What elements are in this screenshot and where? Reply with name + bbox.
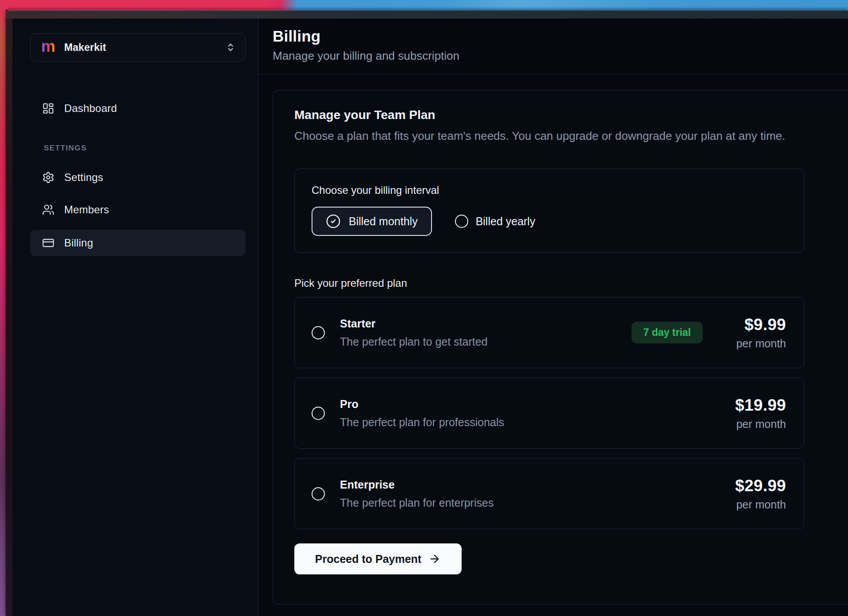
- sidebar-item-members[interactable]: Members: [30, 197, 246, 222]
- plan-period: per month: [720, 498, 786, 511]
- sidebar-item-label: Billing: [64, 237, 93, 249]
- billed-yearly-option[interactable]: Billed yearly: [455, 215, 536, 228]
- billed-monthly-label: Billed monthly: [349, 215, 418, 228]
- plan-info: Enterprise The perfect plan for enterpri…: [340, 478, 493, 509]
- team-plan-card: Manage your Team Plan Choose a plan that…: [273, 90, 848, 604]
- plan-right: $29.99 per month: [720, 477, 786, 511]
- price-block: $29.99 per month: [720, 477, 786, 511]
- plan-info: Starter The perfect plan to get started: [340, 317, 488, 348]
- billing-interval-options: Billed monthly Billed yearly: [312, 207, 804, 236]
- plan-price: $9.99: [720, 316, 786, 334]
- plan-period: per month: [720, 418, 786, 431]
- sidebar-item-label: Members: [64, 204, 109, 216]
- sidebar-item-settings[interactable]: Settings: [30, 165, 246, 190]
- arrow-right-icon: [428, 553, 441, 565]
- app-window: m Makerkit Dashboard: [6, 10, 848, 616]
- page-header: Billing Manage your billing and subscrip…: [258, 19, 848, 74]
- plan-price: $29.99: [720, 477, 786, 495]
- billing-interval-label: Choose your billing interval: [312, 184, 804, 196]
- sidebar-item-billing[interactable]: Billing: [30, 230, 246, 256]
- plan-description: The perfect plan to get started: [340, 335, 488, 348]
- plan-description: The perfect plan for enterprises: [340, 497, 493, 509]
- plan-right: $19.99 per month: [720, 396, 786, 431]
- trial-badge: 7 day trial: [632, 322, 703, 343]
- card-title: Manage your Team Plan: [294, 108, 848, 122]
- plan-period: per month: [720, 337, 786, 350]
- sidebar-item-label: Settings: [64, 171, 103, 184]
- price-block: $9.99 per month: [720, 316, 786, 350]
- sidebar: m Makerkit Dashboard: [6, 19, 258, 616]
- dashboard-icon: [42, 102, 54, 115]
- radio-unselected-icon: [455, 215, 468, 228]
- sidebar-item-dashboard[interactable]: Dashboard: [30, 96, 246, 121]
- workspace-selector[interactable]: m Makerkit: [30, 33, 246, 62]
- chevrons-up-down-icon: [226, 42, 235, 53]
- window-left-edge-shade: [6, 19, 12, 616]
- plan-row-enterprise[interactable]: Enterprise The perfect plan for enterpri…: [294, 458, 804, 529]
- gear-icon: [42, 171, 54, 184]
- plan-name: Enterprise: [340, 478, 493, 491]
- plan-name: Pro: [340, 398, 504, 411]
- wallpaper-left-strip: [0, 0, 6, 616]
- credit-card-icon: [42, 237, 54, 249]
- makerkit-logo-icon: m: [41, 38, 55, 54]
- plan-info: Pro The perfect plan for professionals: [340, 398, 504, 429]
- window-titlebar: [6, 10, 848, 19]
- card-description: Choose a plan that fits your team's need…: [294, 129, 848, 143]
- app-layout: m Makerkit Dashboard: [6, 19, 848, 616]
- main-content: Billing Manage your billing and subscrip…: [258, 19, 848, 616]
- radio-unselected-icon[interactable]: [312, 487, 325, 500]
- check-circle-icon: [326, 214, 341, 229]
- users-icon: [42, 204, 54, 216]
- sidebar-nav: Dashboard SETTINGS Settings: [6, 96, 258, 256]
- sidebar-section-settings: SETTINGS: [44, 144, 246, 153]
- proceed-to-payment-button[interactable]: Proceed to Payment: [294, 543, 462, 574]
- wallpaper-top-strip: [0, 0, 848, 10]
- price-block: $19.99 per month: [720, 396, 786, 431]
- billing-interval-box: Choose your billing interval Billed mont…: [294, 169, 804, 253]
- page-title: Billing: [273, 27, 848, 45]
- sidebar-item-label: Dashboard: [64, 102, 117, 115]
- plan-name: Starter: [340, 317, 488, 330]
- radio-unselected-icon[interactable]: [312, 407, 325, 420]
- radio-unselected-icon[interactable]: [312, 326, 325, 339]
- proceed-to-payment-label: Proceed to Payment: [315, 553, 421, 566]
- page-subtitle: Manage your billing and subscription: [273, 49, 848, 63]
- plan-list: Starter The perfect plan to get started …: [294, 297, 848, 529]
- workspace-name: Makerkit: [64, 42, 106, 54]
- plan-description: The perfect plan for professionals: [340, 416, 504, 429]
- plan-row-starter[interactable]: Starter The perfect plan to get started …: [294, 297, 804, 368]
- plan-right: 7 day trial $9.99 per month: [632, 316, 786, 350]
- billed-monthly-option[interactable]: Billed monthly: [312, 207, 432, 236]
- billed-yearly-label: Billed yearly: [476, 215, 536, 228]
- plans-label: Pick your preferred plan: [294, 277, 848, 289]
- plan-row-pro[interactable]: Pro The perfect plan for professionals $…: [294, 377, 804, 449]
- plan-price: $19.99: [720, 396, 786, 415]
